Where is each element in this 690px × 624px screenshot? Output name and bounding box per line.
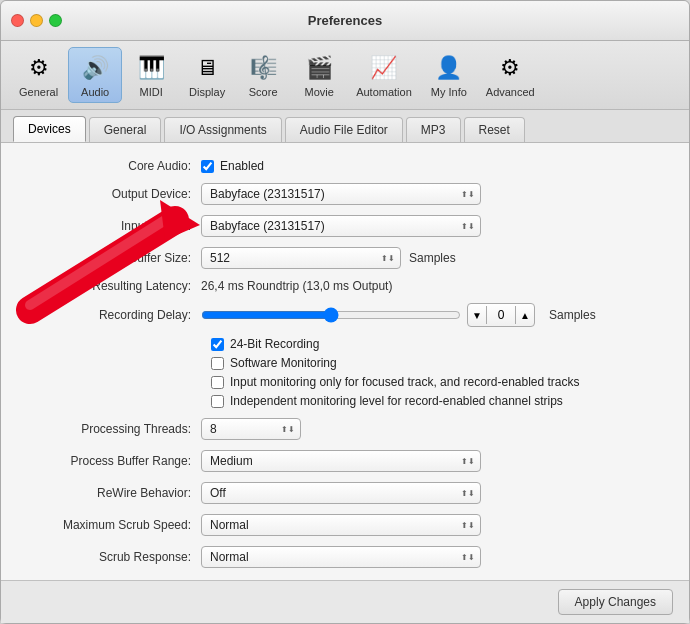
- myinfo-icon: 👤: [433, 52, 465, 84]
- buffer-size-control: 64 128 256 512 1024 2048 Samples: [201, 247, 669, 269]
- input-monitoring-text: Input monitoring only for focused track,…: [230, 375, 580, 389]
- process-buffer-label: Process Buffer Range:: [21, 454, 201, 468]
- toolbar-item-myinfo[interactable]: 👤 My Info: [422, 48, 476, 102]
- score-icon: 🎼: [247, 52, 279, 84]
- rewire-control: Off Live Mode Playback Mode: [201, 482, 669, 504]
- input-device-control: Babyface (23131517) Built-in Input No De…: [201, 215, 669, 237]
- toolbar-label-automation: Automation: [356, 86, 412, 98]
- rewire-wrapper: Off Live Mode Playback Mode: [201, 482, 481, 504]
- midi-icon: 🎹: [135, 52, 167, 84]
- tab-reset[interactable]: Reset: [464, 117, 525, 142]
- scrub-response-wrapper: Normal Slow Fast: [201, 546, 481, 568]
- processing-threads-wrapper: 2 4 6 8 10 12: [201, 418, 301, 440]
- bottom-bar: Apply Changes: [1, 580, 689, 623]
- process-buffer-wrapper: Small Medium Large: [201, 450, 481, 472]
- core-audio-label: Core Audio:: [21, 159, 201, 173]
- core-audio-enabled-label: Enabled: [220, 159, 264, 173]
- close-button[interactable]: [11, 14, 24, 27]
- movie-icon: 🎬: [303, 52, 335, 84]
- advanced-icon: ⚙: [494, 52, 526, 84]
- 24bit-recording-text: 24-Bit Recording: [230, 337, 319, 351]
- tab-io[interactable]: I/O Assignments: [164, 117, 281, 142]
- input-device-wrapper: Babyface (23131517) Built-in Input No De…: [201, 215, 481, 237]
- processing-threads-select[interactable]: 2 4 6 8 10 12: [201, 418, 301, 440]
- content-area: Core Audio: Enabled Output Device: Babyf…: [1, 143, 689, 580]
- scrub-response-label: Scrub Response:: [21, 550, 201, 564]
- output-device-label: Output Device:: [21, 187, 201, 201]
- 24bit-recording-label[interactable]: 24-Bit Recording: [211, 337, 669, 351]
- input-device-label: Input Device:: [21, 219, 201, 233]
- toolbar-label-myinfo: My Info: [431, 86, 467, 98]
- max-scrub-wrapper: Normal Half Quarter: [201, 514, 481, 536]
- toolbar-label-general: General: [19, 86, 58, 98]
- rewire-select[interactable]: Off Live Mode Playback Mode: [201, 482, 481, 504]
- general-icon: ⚙: [23, 52, 55, 84]
- toolbar-item-movie[interactable]: 🎬 Movie: [292, 48, 346, 102]
- toolbar-item-score[interactable]: 🎼 Score: [236, 48, 290, 102]
- output-device-row: Output Device: Babyface (23131517) Built…: [21, 183, 669, 205]
- toolbar-label-audio: Audio: [81, 86, 109, 98]
- rewire-row: ReWire Behavior: Off Live Mode Playback …: [21, 482, 669, 504]
- buffer-size-label: I/O Buffer Size:: [21, 251, 201, 265]
- toolbar-item-automation[interactable]: 📈 Automation: [348, 48, 420, 102]
- toolbar: ⚙ General 🔊 Audio 🎹 MIDI 🖥 Display 🎼 Sco…: [1, 41, 689, 110]
- software-monitoring-checkbox[interactable]: [211, 357, 224, 370]
- tab-audiofile[interactable]: Audio File Editor: [285, 117, 403, 142]
- slider-row: ▼ 0 ▲ Samples: [201, 303, 596, 327]
- core-audio-control: Enabled: [201, 159, 669, 173]
- software-monitoring-text: Software Monitoring: [230, 356, 337, 370]
- toolbar-item-display[interactable]: 🖥 Display: [180, 48, 234, 102]
- toolbar-item-advanced[interactable]: ⚙ Advanced: [478, 48, 543, 102]
- input-monitoring-checkbox[interactable]: [211, 376, 224, 389]
- tab-general[interactable]: General: [89, 117, 162, 142]
- scrub-response-row: Scrub Response: Normal Slow Fast: [21, 546, 669, 568]
- input-device-row: Input Device: Babyface (23131517) Built-…: [21, 215, 669, 237]
- toolbar-item-audio[interactable]: 🔊 Audio: [68, 47, 122, 103]
- independent-monitoring-label[interactable]: Independent monitoring level for record-…: [211, 394, 669, 408]
- 24bit-recording-checkbox[interactable]: [211, 338, 224, 351]
- input-monitoring-label[interactable]: Input monitoring only for focused track,…: [211, 375, 669, 389]
- input-device-select[interactable]: Babyface (23131517) Built-in Input No De…: [201, 215, 481, 237]
- process-buffer-row: Process Buffer Range: Small Medium Large: [21, 450, 669, 472]
- toolbar-item-midi[interactable]: 🎹 MIDI: [124, 48, 178, 102]
- scrub-response-select[interactable]: Normal Slow Fast: [201, 546, 481, 568]
- max-scrub-label: Maximum Scrub Speed:: [21, 518, 201, 532]
- minimize-button[interactable]: [30, 14, 43, 27]
- software-monitoring-label[interactable]: Software Monitoring: [211, 356, 669, 370]
- maximize-button[interactable]: [49, 14, 62, 27]
- rewire-label: ReWire Behavior:: [21, 486, 201, 500]
- tabs-bar: Devices General I/O Assignments Audio Fi…: [1, 110, 689, 143]
- stepper-up-button[interactable]: ▲: [516, 304, 534, 326]
- max-scrub-select[interactable]: Normal Half Quarter: [201, 514, 481, 536]
- stepper-value: 0: [486, 306, 516, 324]
- recording-delay-slider[interactable]: [201, 307, 461, 323]
- buffer-size-select[interactable]: 64 128 256 512 1024 2048: [201, 247, 401, 269]
- process-buffer-select[interactable]: Small Medium Large: [201, 450, 481, 472]
- display-icon: 🖥: [191, 52, 223, 84]
- buffer-size-row: I/O Buffer Size: 64 128 256 512 1024 204…: [21, 247, 669, 269]
- tab-mp3[interactable]: MP3: [406, 117, 461, 142]
- toolbar-item-general[interactable]: ⚙ General: [11, 48, 66, 102]
- buffer-size-wrapper: 64 128 256 512 1024 2048: [201, 247, 401, 269]
- audio-icon: 🔊: [79, 52, 111, 84]
- core-audio-checkbox[interactable]: [201, 160, 214, 173]
- output-device-control: Babyface (23131517) Built-in Output No D…: [201, 183, 669, 205]
- core-audio-checkbox-label[interactable]: Enabled: [201, 159, 264, 173]
- process-buffer-control: Small Medium Large: [201, 450, 669, 472]
- output-device-select[interactable]: Babyface (23131517) Built-in Output No D…: [201, 183, 481, 205]
- toolbar-label-score: Score: [249, 86, 278, 98]
- stepper-down-button[interactable]: ▼: [468, 304, 486, 326]
- recording-delay-row: Recording Delay: ▼ 0 ▲ Samples: [21, 303, 669, 327]
- toolbar-label-display: Display: [189, 86, 225, 98]
- recording-checkboxes: 24-Bit Recording Software Monitoring Inp…: [211, 337, 669, 408]
- output-device-wrapper: Babyface (23131517) Built-in Output No D…: [201, 183, 481, 205]
- processing-threads-row: Processing Threads: 2 4 6 8 10 12: [21, 418, 669, 440]
- apply-changes-button[interactable]: Apply Changes: [558, 589, 673, 615]
- core-audio-row: Core Audio: Enabled: [21, 159, 669, 173]
- independent-monitoring-checkbox[interactable]: [211, 395, 224, 408]
- tab-devices[interactable]: Devices: [13, 116, 86, 142]
- scrub-response-control: Normal Slow Fast: [201, 546, 669, 568]
- latency-value: 26,4 ms Roundtrip (13,0 ms Output): [201, 279, 392, 293]
- max-scrub-row: Maximum Scrub Speed: Normal Half Quarter: [21, 514, 669, 536]
- recording-delay-stepper: ▼ 0 ▲: [467, 303, 535, 327]
